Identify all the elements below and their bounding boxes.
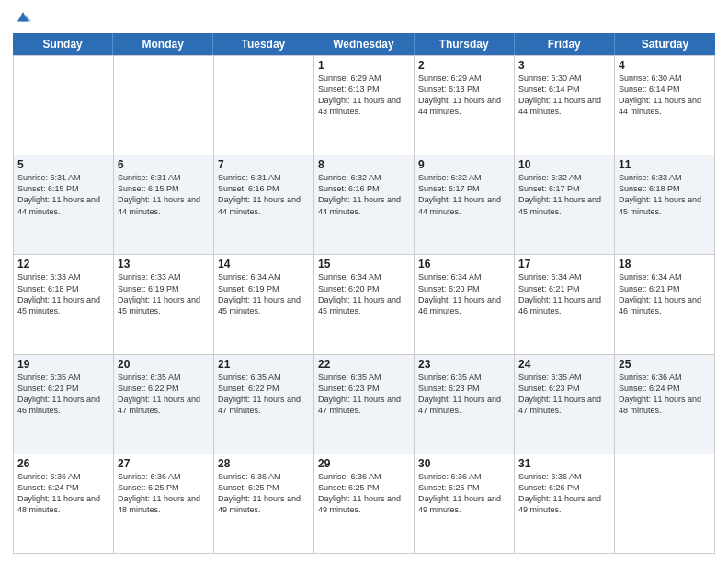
day-number: 12 [17, 258, 109, 270]
calendar-cell: 4Sunrise: 6:30 AM Sunset: 6:14 PM Daylig… [615, 56, 715, 155]
day-number: 6 [118, 158, 210, 171]
day-number: 26 [17, 457, 109, 470]
calendar-cell: 6Sunrise: 6:31 AM Sunset: 6:15 PM Daylig… [114, 155, 214, 255]
day-number: 3 [518, 59, 610, 72]
day-number: 31 [518, 457, 610, 470]
day-number: 21 [218, 358, 310, 371]
day-number: 28 [218, 457, 310, 470]
calendar-cell: 20Sunrise: 6:35 AM Sunset: 6:22 PM Dayli… [114, 355, 214, 454]
calendar-row: 26Sunrise: 6:36 AM Sunset: 6:24 PM Dayli… [14, 454, 715, 554]
calendar-cell: 25Sunrise: 6:36 AM Sunset: 6:24 PM Dayli… [615, 355, 715, 454]
cell-info: Sunrise: 6:35 AM Sunset: 6:22 PM Dayligh… [118, 372, 210, 417]
cell-info: Sunrise: 6:36 AM Sunset: 6:26 PM Dayligh… [518, 471, 610, 516]
cell-info: Sunrise: 6:35 AM Sunset: 6:21 PM Dayligh… [17, 372, 109, 417]
cell-info: Sunrise: 6:34 AM Sunset: 6:21 PM Dayligh… [619, 271, 711, 316]
cell-info: Sunrise: 6:32 AM Sunset: 6:17 PM Dayligh… [518, 172, 610, 217]
calendar-cell: 10Sunrise: 6:32 AM Sunset: 6:17 PM Dayli… [515, 155, 615, 255]
cell-info: Sunrise: 6:32 AM Sunset: 6:17 PM Dayligh… [418, 172, 510, 217]
calendar-cell: 31Sunrise: 6:36 AM Sunset: 6:26 PM Dayli… [515, 454, 615, 554]
cell-info: Sunrise: 6:35 AM Sunset: 6:23 PM Dayligh… [318, 372, 410, 417]
day-number: 4 [619, 59, 711, 72]
cell-info: Sunrise: 6:35 AM Sunset: 6:23 PM Dayligh… [518, 372, 610, 417]
calendar-cell [14, 56, 114, 155]
calendar-cell: 28Sunrise: 6:36 AM Sunset: 6:25 PM Dayli… [214, 454, 314, 554]
calendar-cell: 7Sunrise: 6:31 AM Sunset: 6:16 PM Daylig… [214, 155, 314, 255]
header-day-sunday: Sunday [13, 33, 113, 55]
cell-info: Sunrise: 6:34 AM Sunset: 6:19 PM Dayligh… [218, 271, 310, 316]
cell-info: Sunrise: 6:36 AM Sunset: 6:25 PM Dayligh… [218, 471, 310, 516]
cell-info: Sunrise: 6:34 AM Sunset: 6:20 PM Dayligh… [418, 271, 510, 316]
calendar-cell: 22Sunrise: 6:35 AM Sunset: 6:23 PM Dayli… [314, 355, 415, 454]
calendar-cell [114, 56, 214, 155]
cell-info: Sunrise: 6:33 AM Sunset: 6:18 PM Dayligh… [17, 271, 109, 316]
day-number: 10 [518, 158, 610, 171]
day-number: 27 [118, 457, 210, 470]
calendar-cell: 26Sunrise: 6:36 AM Sunset: 6:24 PM Dayli… [14, 454, 114, 554]
cell-info: Sunrise: 6:35 AM Sunset: 6:22 PM Dayligh… [218, 372, 310, 417]
day-number: 23 [418, 358, 510, 371]
calendar-cell: 23Sunrise: 6:35 AM Sunset: 6:23 PM Dayli… [415, 355, 515, 454]
calendar-cell [214, 56, 314, 155]
cell-info: Sunrise: 6:31 AM Sunset: 6:15 PM Dayligh… [17, 172, 109, 217]
cell-info: Sunrise: 6:34 AM Sunset: 6:20 PM Dayligh… [318, 271, 410, 316]
logo [13, 9, 31, 26]
cell-info: Sunrise: 6:36 AM Sunset: 6:25 PM Dayligh… [418, 471, 510, 516]
header-day-wednesday: Wednesday [313, 33, 414, 55]
cell-info: Sunrise: 6:33 AM Sunset: 6:19 PM Dayligh… [118, 271, 210, 316]
calendar-cell: 15Sunrise: 6:34 AM Sunset: 6:20 PM Dayli… [314, 255, 415, 354]
day-number: 19 [17, 358, 109, 371]
cell-info: Sunrise: 6:29 AM Sunset: 6:13 PM Dayligh… [418, 73, 510, 118]
calendar-header: SundayMondayTuesdayWednesdayThursdayFrid… [13, 33, 715, 55]
calendar-cell [615, 454, 715, 554]
calendar-cell: 9Sunrise: 6:32 AM Sunset: 6:17 PM Daylig… [415, 155, 515, 255]
header [13, 9, 715, 26]
day-number: 16 [418, 258, 510, 270]
calendar-cell: 21Sunrise: 6:35 AM Sunset: 6:22 PM Dayli… [214, 355, 314, 454]
cell-info: Sunrise: 6:36 AM Sunset: 6:25 PM Dayligh… [318, 471, 410, 516]
day-number: 8 [318, 158, 410, 171]
header-day-friday: Friday [515, 33, 615, 55]
calendar-cell: 17Sunrise: 6:34 AM Sunset: 6:21 PM Dayli… [515, 255, 615, 354]
day-number: 17 [518, 258, 610, 270]
cell-info: Sunrise: 6:36 AM Sunset: 6:24 PM Dayligh… [17, 471, 109, 516]
calendar-cell: 14Sunrise: 6:34 AM Sunset: 6:19 PM Dayli… [214, 255, 314, 354]
cell-info: Sunrise: 6:29 AM Sunset: 6:13 PM Dayligh… [318, 73, 410, 118]
day-number: 22 [318, 358, 410, 371]
day-number: 18 [619, 258, 711, 270]
calendar-cell: 8Sunrise: 6:32 AM Sunset: 6:16 PM Daylig… [314, 155, 415, 255]
day-number: 24 [518, 358, 610, 371]
header-day-thursday: Thursday [415, 33, 515, 55]
day-number: 15 [318, 258, 410, 270]
day-number: 14 [218, 258, 310, 270]
calendar: SundayMondayTuesdayWednesdayThursdayFrid… [13, 33, 715, 554]
calendar-cell: 16Sunrise: 6:34 AM Sunset: 6:20 PM Dayli… [415, 255, 515, 354]
calendar-cell: 2Sunrise: 6:29 AM Sunset: 6:13 PM Daylig… [415, 56, 515, 155]
logo-text [13, 9, 31, 26]
header-day-monday: Monday [113, 33, 213, 55]
calendar-cell: 18Sunrise: 6:34 AM Sunset: 6:21 PM Dayli… [615, 255, 715, 354]
cell-info: Sunrise: 6:31 AM Sunset: 6:16 PM Dayligh… [218, 172, 310, 217]
calendar-row: 1Sunrise: 6:29 AM Sunset: 6:13 PM Daylig… [14, 56, 715, 155]
calendar-cell: 19Sunrise: 6:35 AM Sunset: 6:21 PM Dayli… [14, 355, 114, 454]
cell-info: Sunrise: 6:31 AM Sunset: 6:15 PM Dayligh… [118, 172, 210, 217]
header-day-tuesday: Tuesday [213, 33, 313, 55]
calendar-cell: 30Sunrise: 6:36 AM Sunset: 6:25 PM Dayli… [415, 454, 515, 554]
calendar-cell: 11Sunrise: 6:33 AM Sunset: 6:18 PM Dayli… [615, 155, 715, 255]
cell-info: Sunrise: 6:36 AM Sunset: 6:24 PM Dayligh… [619, 372, 711, 417]
cell-info: Sunrise: 6:34 AM Sunset: 6:21 PM Dayligh… [518, 271, 610, 316]
logo-icon [15, 9, 31, 26]
day-number: 11 [619, 158, 711, 171]
cell-info: Sunrise: 6:35 AM Sunset: 6:23 PM Dayligh… [418, 372, 510, 417]
calendar-body: 1Sunrise: 6:29 AM Sunset: 6:13 PM Daylig… [13, 55, 715, 554]
calendar-row: 12Sunrise: 6:33 AM Sunset: 6:18 PM Dayli… [14, 255, 715, 354]
cell-info: Sunrise: 6:33 AM Sunset: 6:18 PM Dayligh… [619, 172, 711, 217]
day-number: 30 [418, 457, 510, 470]
calendar-row: 19Sunrise: 6:35 AM Sunset: 6:21 PM Dayli… [14, 355, 715, 454]
calendar-cell: 1Sunrise: 6:29 AM Sunset: 6:13 PM Daylig… [314, 56, 415, 155]
cell-info: Sunrise: 6:30 AM Sunset: 6:14 PM Dayligh… [619, 73, 711, 118]
day-number: 5 [17, 158, 109, 171]
calendar-cell: 24Sunrise: 6:35 AM Sunset: 6:23 PM Dayli… [515, 355, 615, 454]
day-number: 29 [318, 457, 410, 470]
calendar-cell: 5Sunrise: 6:31 AM Sunset: 6:15 PM Daylig… [14, 155, 114, 255]
calendar-cell: 13Sunrise: 6:33 AM Sunset: 6:19 PM Dayli… [114, 255, 214, 354]
